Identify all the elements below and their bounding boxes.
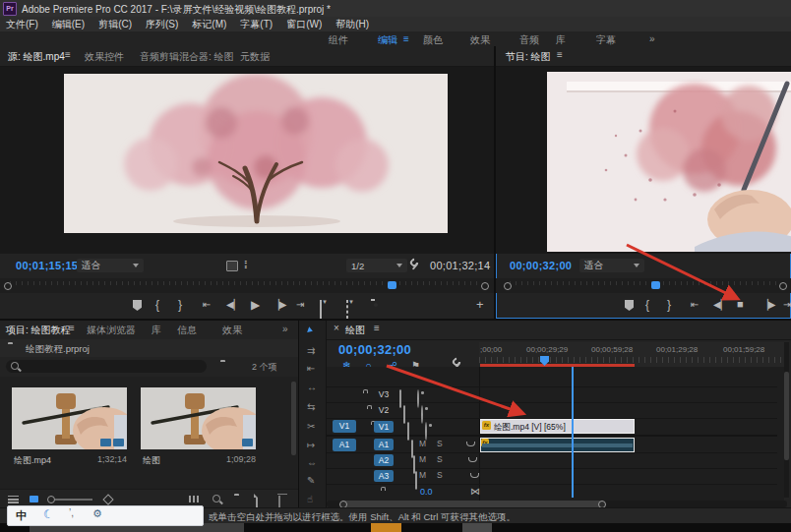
project-item-name[interactable]: 绘图.mp4 <box>14 454 51 467</box>
rolling-edit-tool[interactable]: ↔ <box>307 383 317 392</box>
track-name-v1[interactable]: V1 <box>374 421 394 433</box>
source-zoom-select[interactable]: 适合 <box>77 259 144 272</box>
sync-lock-icon[interactable] <box>403 405 405 424</box>
menu-marker[interactable]: 标记(M) <box>192 18 226 31</box>
step-forward-icon[interactable]: ▕▶ <box>761 300 775 310</box>
automate-to-sequence-icon[interactable] <box>189 496 199 502</box>
project-item-name[interactable]: 绘图 <box>143 454 160 467</box>
timeline-vertical-scrollbar[interactable] <box>784 342 789 498</box>
workspace-libraries[interactable]: 库 <box>556 33 566 47</box>
sync-lock-icon[interactable] <box>407 422 409 441</box>
selection-tool[interactable] <box>307 326 314 333</box>
project-overflow-icon[interactable]: » <box>282 324 288 334</box>
add-marker-icon[interactable] <box>133 300 142 311</box>
workspace-editing[interactable]: 编辑 <box>378 33 397 47</box>
master-gain-value[interactable]: 0.0 <box>420 487 433 497</box>
insert-icon[interactable] <box>320 300 322 319</box>
source-current-timecode[interactable]: 00;01;15;15 <box>16 260 78 271</box>
video-clip[interactable]: fx 绘图.mp4 [V] [65%] <box>480 419 635 434</box>
mark-in-icon[interactable]: { <box>645 299 649 311</box>
taskbar-segment-active[interactable] <box>371 523 401 532</box>
timeline-ruler[interactable]: ;00;00 00;00;29;29 00;00;59;28 00;01;29;… <box>479 342 784 367</box>
ime-settings-gear-icon[interactable]: ⚙ <box>92 507 102 520</box>
goto-in-icon[interactable]: ⇤ <box>691 300 699 310</box>
tab-metadata[interactable]: 元数据 <box>240 50 270 64</box>
add-marker-icon[interactable] <box>625 300 634 311</box>
track-name-a2[interactable]: A2 <box>374 454 394 466</box>
toggle-track-output-icon[interactable] <box>421 405 423 424</box>
fit-timeline-icon[interactable]: ⋈ <box>470 486 480 497</box>
sync-lock-icon[interactable] <box>415 471 417 490</box>
sort-icon[interactable] <box>102 494 113 504</box>
workspace-menu-icon[interactable]: ≡ <box>403 33 409 44</box>
zoom-slider-handle[interactable] <box>47 496 55 503</box>
tab-sequence[interactable]: 绘图 <box>345 324 365 337</box>
workspace-color[interactable]: 颜色 <box>423 33 443 47</box>
timeline-current-timecode[interactable]: 00;00;32;00 <box>338 342 411 357</box>
menu-help[interactable]: 帮助(H) <box>335 18 369 31</box>
project-vertical-scrollbar[interactable] <box>291 382 296 455</box>
source-scrubber-left-handle[interactable] <box>4 282 12 290</box>
source-settings-icon[interactable] <box>226 261 238 271</box>
mark-out-icon[interactable]: } <box>178 299 182 311</box>
menu-file[interactable]: 文件(F) <box>6 18 38 31</box>
source-trim-icon[interactable]: ⁞⁞ <box>244 261 246 270</box>
mark-out-icon[interactable]: } <box>667 299 671 311</box>
tab-info[interactable]: 信息 <box>177 324 197 337</box>
scrollbar-thumb[interactable] <box>341 501 602 507</box>
workspace-audio[interactable]: 音频 <box>519 33 539 47</box>
project-item-thumbnail[interactable] <box>12 387 127 449</box>
timeline-panel-menu-icon[interactable]: ≡ <box>374 324 380 333</box>
taskbar-segment[interactable] <box>462 523 492 532</box>
solo-track-button[interactable]: S <box>437 454 443 464</box>
tab-media-browser[interactable]: 媒体浏览器 <box>87 324 136 337</box>
menu-sequence[interactable]: 序列(S) <box>146 18 178 31</box>
workspace-effects[interactable]: 效果 <box>470 33 490 47</box>
tab-source-clip[interactable]: 源: 绘图.mp4 <box>8 50 65 64</box>
project-panel-menu-icon[interactable]: ≡ <box>69 324 75 333</box>
tab-effect-controls[interactable]: 效果控件 <box>85 50 124 64</box>
playhead-line[interactable] <box>572 367 574 498</box>
tab-effects[interactable]: 效果 <box>222 324 242 337</box>
scrollbar-thumb[interactable] <box>784 372 789 460</box>
overwrite-icon[interactable] <box>346 300 348 319</box>
program-zoom-select[interactable]: 适合 <box>579 259 644 272</box>
menu-clip[interactable]: 剪辑(C) <box>98 18 132 31</box>
step-forward-icon[interactable]: ▕▶ <box>272 300 286 310</box>
source-scrubber[interactable] <box>0 278 494 293</box>
goto-in-icon[interactable]: ⇤ <box>203 300 211 310</box>
track-name-v3[interactable]: V3 <box>374 388 394 400</box>
track-name-v2[interactable]: V2 <box>374 404 394 416</box>
play-icon[interactable]: ▶ <box>251 299 260 311</box>
source-scrubber-right-handle[interactable] <box>481 282 489 290</box>
step-back-icon[interactable]: ◀▏ <box>713 300 728 310</box>
search-input[interactable] <box>6 360 207 373</box>
tab-libraries[interactable]: 库 <box>152 324 161 337</box>
stop-icon[interactable]: ■ <box>737 299 744 310</box>
source-patch-video[interactable]: V1 <box>333 420 356 433</box>
goto-out-icon[interactable]: ⇥ <box>296 300 304 310</box>
breadcrumb[interactable]: 绘图教程.prproj <box>26 343 90 356</box>
razor-tool[interactable]: ✂ <box>307 422 315 432</box>
track-name-a3[interactable]: A3 <box>374 470 394 482</box>
source-playhead[interactable] <box>388 281 396 289</box>
sync-lock-icon[interactable] <box>399 389 401 408</box>
program-panel-menu-icon[interactable]: ≡ <box>557 50 563 60</box>
source-resolution-select[interactable]: 1/2 <box>346 259 407 272</box>
audio-clip[interactable]: fx <box>480 438 635 452</box>
source-panel-menu-icon[interactable]: ≡ <box>65 50 71 60</box>
track-name-a1[interactable]: A1 <box>374 439 394 450</box>
mark-in-icon[interactable]: { <box>155 299 159 311</box>
menu-title[interactable]: 字幕(T) <box>240 18 273 31</box>
workspace-assembly[interactable]: 组件 <box>329 33 348 47</box>
slip-tool[interactable]: ↦ <box>307 441 315 450</box>
program-current-timecode[interactable]: 00;00;32;00 <box>510 260 572 271</box>
hand-tool[interactable]: ☝ <box>307 495 313 504</box>
button-editor-icon[interactable]: + <box>476 298 484 311</box>
workspace-titles[interactable]: 字幕 <box>596 33 616 47</box>
solo-track-button[interactable]: S <box>437 439 443 448</box>
tab-audio-clip-mixer[interactable]: 音频剪辑混合器: 绘图 <box>140 50 234 64</box>
ripple-edit-tool[interactable]: ⇤ <box>307 364 315 374</box>
workspace-overflow-icon[interactable]: » <box>649 33 655 44</box>
step-back-icon[interactable]: ◀▏ <box>226 300 241 310</box>
